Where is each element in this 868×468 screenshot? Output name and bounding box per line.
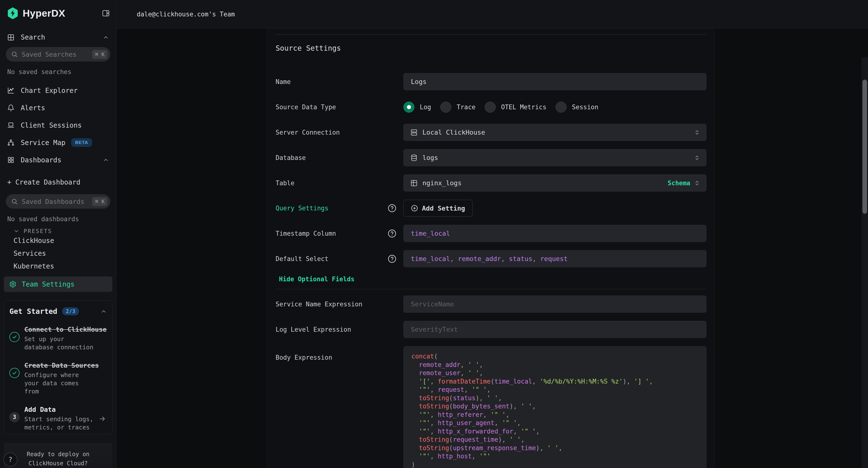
query-settings-row: Query Settings Add Setting bbox=[276, 200, 707, 216]
get-started-header[interactable]: Get Started 2/3 bbox=[9, 307, 107, 316]
help-circle-icon[interactable] bbox=[388, 229, 397, 238]
source-settings-form: Name Source Data Type LogTraceOTEL Metri… bbox=[276, 73, 707, 468]
circle-plus-icon bbox=[411, 205, 418, 212]
get-started-step[interactable]: Connect to ClickHouseSet up your databas… bbox=[9, 326, 107, 351]
step-body: Connect to ClickHouseSet up your databas… bbox=[24, 326, 107, 351]
hide-optional-fields-link[interactable]: Hide Optional Fields bbox=[279, 275, 707, 283]
sidebar: HyperDX Search Saved Searches ⌘ K No sav… bbox=[0, 0, 117, 468]
code-line: '"', http_host, '"' bbox=[411, 452, 699, 461]
get-started-step[interactable]: Create Data SourcesConfigure where your … bbox=[9, 361, 107, 396]
table-icon bbox=[410, 179, 417, 187]
no-saved-dashboards-note: No saved dashboards bbox=[0, 215, 116, 223]
sidebar-item-alerts[interactable]: Alerts bbox=[0, 99, 116, 117]
step-body: Create Data SourcesConfigure where your … bbox=[24, 361, 107, 396]
body-expression-row: Body Expression concat( remote_addr, ' '… bbox=[276, 346, 707, 468]
radio-label: Trace bbox=[457, 104, 475, 111]
server-connection-label: Server Connection bbox=[276, 129, 340, 136]
step-number-badge: 3 bbox=[9, 412, 20, 422]
table-label: Table bbox=[276, 179, 294, 187]
radio-icon[interactable] bbox=[556, 101, 567, 113]
log-level-input[interactable] bbox=[403, 321, 707, 338]
optional-divider bbox=[276, 289, 707, 289]
database-row: Database logs bbox=[276, 149, 707, 166]
source-data-type-options: LogTraceOTEL MetricsSession bbox=[403, 98, 707, 116]
chevron-up-icon[interactable] bbox=[103, 34, 109, 40]
sidebar-item-chart-explorer[interactable]: Chart Explorer bbox=[0, 82, 116, 99]
radio-option-session[interactable]: Session bbox=[556, 101, 598, 113]
service-map-icon bbox=[7, 139, 14, 146]
presets-header[interactable]: PRESETS bbox=[0, 228, 116, 234]
database-select[interactable]: logs bbox=[403, 149, 707, 166]
radio-option-otel-metrics[interactable]: OTEL Metrics bbox=[485, 101, 546, 113]
step-title: Add Data bbox=[24, 406, 99, 413]
scrollbar-track[interactable] bbox=[862, 57, 868, 468]
table-select[interactable]: nginx_logs Schema bbox=[403, 174, 707, 192]
sidebar-item-team-settings[interactable]: Team Settings bbox=[4, 276, 112, 292]
step-title: Connect to ClickHouse bbox=[24, 326, 107, 333]
sidebar-item-service-map[interactable]: Service MapBETA bbox=[0, 134, 116, 151]
code-line: '[', formatDateTime(time_local, '%d/%b/%… bbox=[411, 377, 699, 386]
create-dashboard-button[interactable]: + Create Dashboard bbox=[0, 176, 116, 188]
sidebar-item-label: Dashboards bbox=[21, 156, 61, 164]
radio-icon[interactable] bbox=[403, 101, 414, 113]
check-circle-icon bbox=[9, 368, 20, 378]
step-description: Start sending logs, metrics, or traces bbox=[24, 415, 97, 432]
sidebar-item-client-sessions[interactable]: Client Sessions bbox=[0, 117, 116, 134]
step-description: Configure where your data comes from bbox=[24, 371, 97, 396]
sidebar-item-dashboards[interactable]: Dashboards bbox=[0, 151, 116, 169]
beta-badge: BETA bbox=[71, 138, 92, 147]
default-select-label: Default Select bbox=[276, 255, 329, 262]
source-data-type-row: Source Data Type LogTraceOTEL MetricsSes… bbox=[276, 98, 707, 116]
sidebar-section-search[interactable]: Search bbox=[0, 33, 116, 41]
radio-icon[interactable] bbox=[485, 101, 496, 113]
select-chevrons-icon bbox=[694, 154, 701, 161]
collapse-sidebar-icon[interactable] bbox=[102, 9, 110, 18]
arrow-right-icon bbox=[99, 406, 107, 432]
server-connection-select[interactable]: Local ClickHouse bbox=[403, 124, 707, 141]
get-started-progress-badge: 2/3 bbox=[62, 308, 79, 315]
add-setting-button[interactable]: Add Setting bbox=[403, 200, 472, 216]
step-indicator bbox=[9, 326, 24, 351]
saved-dashboards-input[interactable]: Saved Dashboards ⌘ K bbox=[6, 194, 111, 209]
saved-dashboards-placeholder: Saved Dashboards bbox=[22, 198, 92, 205]
get-started-step[interactable]: 3Add DataStart sending logs, metrics, or… bbox=[9, 406, 107, 432]
saved-searches-input[interactable]: Saved Searches ⌘ K bbox=[6, 47, 111, 61]
radio-option-trace[interactable]: Trace bbox=[440, 101, 475, 113]
schema-button[interactable]: Schema bbox=[668, 179, 690, 187]
code-line: remote_user, ' ', bbox=[411, 369, 699, 377]
table-row: Table nginx_logs Schema bbox=[276, 174, 707, 192]
name-row: Name bbox=[276, 73, 707, 90]
name-input[interactable] bbox=[403, 73, 707, 90]
timestamp-column-label: Timestamp Column bbox=[276, 230, 336, 237]
help-button[interactable]: ? bbox=[3, 452, 18, 467]
code-line: '"', request, '" ', bbox=[411, 385, 699, 394]
default-select-input[interactable] bbox=[403, 250, 707, 267]
chevron-up-icon[interactable] bbox=[103, 157, 109, 163]
default-select-row: Default Select bbox=[276, 250, 707, 267]
timestamp-column-input[interactable] bbox=[403, 225, 707, 242]
table-value: nginx_logs bbox=[423, 179, 668, 187]
gear-icon bbox=[9, 281, 17, 288]
chevron-up-icon[interactable] bbox=[100, 308, 107, 315]
main-area: Source Settings Name Source Data Type Lo… bbox=[117, 29, 868, 468]
help-circle-icon[interactable] bbox=[388, 204, 397, 213]
step-indicator: 3 bbox=[9, 406, 24, 432]
code-line: '"', http_referer, '" ', bbox=[411, 411, 699, 419]
preset-item-clickhouse[interactable]: ClickHouse bbox=[0, 234, 116, 247]
code-line: toString(upstream_response_time), ' ', bbox=[411, 444, 699, 452]
radio-label: OTEL Metrics bbox=[501, 104, 546, 111]
preset-item-services[interactable]: Services bbox=[0, 247, 116, 260]
preset-item-kubernetes[interactable]: Kubernetes bbox=[0, 260, 116, 272]
search-icon bbox=[11, 198, 18, 205]
scrollbar-thumb[interactable] bbox=[863, 80, 867, 214]
radio-icon[interactable] bbox=[440, 101, 452, 113]
no-saved-searches-note: No saved searches bbox=[0, 68, 116, 76]
code-line: toString(body_bytes_sent), ' ', bbox=[411, 402, 699, 411]
service-name-input[interactable] bbox=[403, 295, 707, 313]
body-expression-editor[interactable]: concat( remote_addr, ' ', remote_user, '… bbox=[403, 346, 707, 468]
help-circle-icon[interactable] bbox=[388, 254, 397, 263]
radio-option-log[interactable]: Log bbox=[403, 101, 431, 113]
team-settings-label: Team Settings bbox=[22, 280, 74, 288]
code-line: toString(request_time), ' ', bbox=[411, 435, 699, 444]
sidebar-item-label: Service Map bbox=[21, 139, 65, 147]
